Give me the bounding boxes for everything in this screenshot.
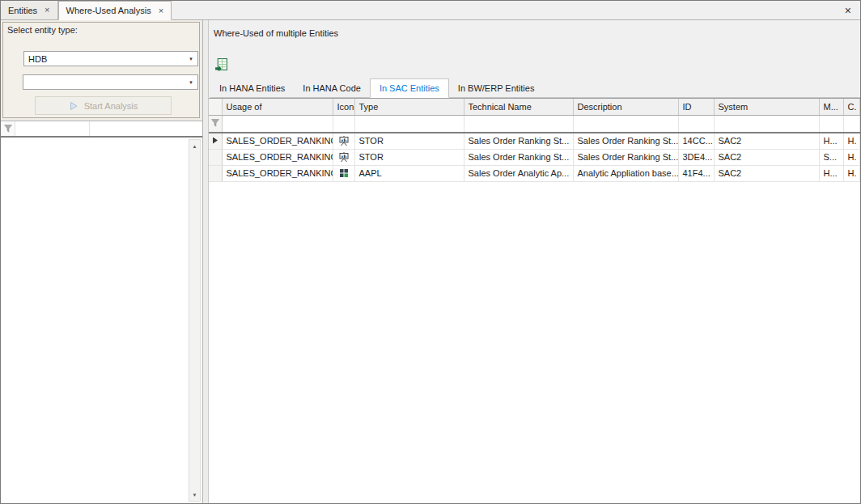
scroll-up-icon[interactable]: ▲ bbox=[189, 140, 200, 152]
tab-where-used-analysis-label: Where-Used Analysis bbox=[66, 6, 151, 15]
play-icon bbox=[69, 101, 78, 111]
tab-in-sac-entities[interactable]: In SAC Entities bbox=[370, 78, 449, 98]
entity-list-filter-cell[interactable] bbox=[90, 121, 202, 136]
scroll-down-icon[interactable]: ▼ bbox=[189, 489, 200, 501]
chevron-down-icon[interactable]: ▼ bbox=[184, 75, 197, 89]
cell-m[interactable]: H... bbox=[819, 165, 843, 181]
excel-export-icon bbox=[214, 57, 228, 71]
tab-where-used-analysis[interactable]: Where-Used Analysis × bbox=[58, 1, 172, 20]
cell-type[interactable]: STOR bbox=[354, 149, 464, 165]
column-header-description[interactable]: Description bbox=[573, 99, 678, 115]
current-row-indicator bbox=[209, 133, 222, 149]
cell-c[interactable]: H. bbox=[843, 149, 860, 165]
cell-id[interactable]: 3DE4... bbox=[678, 149, 714, 165]
results-grid: Usage of Icon Type Technical Name Descri… bbox=[209, 98, 860, 503]
row-indicator-header bbox=[209, 99, 222, 115]
filter-cell-icon[interactable] bbox=[333, 115, 354, 133]
column-header-c[interactable]: C. bbox=[843, 99, 860, 115]
filter-cell-technical-name[interactable] bbox=[464, 115, 573, 133]
scrollbar-track[interactable] bbox=[189, 152, 200, 489]
filter-cell-m[interactable] bbox=[819, 115, 843, 133]
column-header-usage-of[interactable]: Usage of bbox=[222, 99, 333, 115]
cell-icon[interactable] bbox=[333, 133, 354, 149]
chevron-down-icon[interactable]: ▼ bbox=[184, 52, 197, 66]
column-header-icon[interactable]: Icon bbox=[333, 99, 354, 115]
column-header-type[interactable]: Type bbox=[354, 99, 464, 115]
vertical-scrollbar[interactable]: ▲ ▼ bbox=[189, 139, 201, 502]
filter-cell-usage-of[interactable] bbox=[222, 115, 333, 133]
row-indicator bbox=[209, 165, 222, 181]
column-header-m[interactable]: M... bbox=[819, 99, 843, 115]
panel-splitter[interactable] bbox=[203, 20, 209, 503]
filter-cell-c[interactable] bbox=[843, 115, 860, 133]
story-icon bbox=[338, 135, 350, 146]
tab-entities[interactable]: Entities × bbox=[1, 1, 58, 19]
column-header-technical-name[interactable]: Technical Name bbox=[464, 99, 573, 115]
tab-in-hana-entities[interactable]: In HANA Entities bbox=[210, 79, 294, 97]
tab-in-bw-erp-entities[interactable]: In BW/ERP Entities bbox=[449, 79, 544, 97]
entity-type-dropdown[interactable]: HDB ▼ bbox=[23, 51, 198, 66]
close-icon[interactable]: × bbox=[836, 1, 860, 19]
filter-cell-system[interactable] bbox=[714, 115, 819, 133]
entity-dropdown[interactable]: ▼ bbox=[23, 74, 198, 90]
app-window: Entities × Where-Used Analysis × × Selec… bbox=[0, 0, 861, 504]
row-indicator bbox=[209, 149, 222, 165]
cell-id[interactable]: 41F4... bbox=[678, 165, 714, 181]
cell-icon[interactable] bbox=[333, 165, 354, 181]
cell-system[interactable]: SAC2 bbox=[714, 133, 819, 149]
cell-description[interactable]: Sales Order Ranking St... bbox=[573, 133, 678, 149]
cell-technical-name[interactable]: Sales Order Analytic Ap... bbox=[464, 165, 573, 181]
column-header-id[interactable]: ID bbox=[678, 99, 714, 115]
tab-close-icon[interactable]: × bbox=[159, 6, 163, 15]
filter-cell-id[interactable] bbox=[678, 115, 714, 133]
grid-filter-row bbox=[209, 115, 860, 133]
cell-type[interactable]: AAPL bbox=[354, 165, 464, 181]
cell-usage-of[interactable]: SALES_ORDER_RANKING bbox=[222, 133, 333, 149]
cell-id[interactable]: 14CC... bbox=[678, 133, 714, 149]
cell-description[interactable]: Sales Order Ranking St... bbox=[573, 149, 678, 165]
group-caption: Select entity type: bbox=[3, 23, 199, 37]
filter-icon bbox=[209, 115, 222, 133]
table-row[interactable]: SALES_ORDER_RANKING bbox=[209, 149, 860, 165]
cell-usage-of[interactable]: SALES_ORDER_RANKING bbox=[222, 165, 333, 181]
result-tabstrip: In HANA Entities In HANA Code In SAC Ent… bbox=[210, 78, 860, 98]
column-header-system[interactable]: System bbox=[714, 99, 819, 115]
entity-list-filter-row[interactable] bbox=[1, 121, 202, 138]
tab-entities-label: Entities bbox=[8, 6, 37, 15]
cell-icon[interactable] bbox=[333, 149, 354, 165]
cell-system[interactable]: SAC2 bbox=[714, 165, 819, 181]
filter-cell-description[interactable] bbox=[573, 115, 678, 133]
grid-header-row: Usage of Icon Type Technical Name Descri… bbox=[209, 99, 860, 115]
where-used-panel: Where-Used of multiple Entities In HANA … bbox=[209, 20, 860, 503]
table-row[interactable]: SALES_ORDER_RANKING bbox=[209, 133, 860, 149]
cell-m[interactable]: H... bbox=[819, 133, 843, 149]
entity-type-group: Select entity type: HDB ▼ ▼ Start Analys… bbox=[2, 22, 200, 118]
entity-list-body[interactable] bbox=[1, 139, 188, 503]
cell-description[interactable]: Analytic Appliation base... bbox=[573, 165, 678, 181]
tab-close-icon[interactable]: × bbox=[45, 6, 49, 15]
cell-usage-of[interactable]: SALES_ORDER_RANKING bbox=[222, 149, 333, 165]
cell-type[interactable]: STOR bbox=[354, 133, 464, 149]
cell-m[interactable]: S... bbox=[819, 149, 843, 165]
current-row-arrow-icon bbox=[212, 137, 218, 144]
entity-selection-panel: Select entity type: HDB ▼ ▼ Start Analys… bbox=[1, 20, 203, 503]
filter-cell-type[interactable] bbox=[354, 115, 464, 133]
entity-list: ▲ ▼ bbox=[1, 121, 202, 503]
cell-c[interactable]: H. bbox=[843, 165, 860, 181]
filter-icon bbox=[1, 121, 15, 136]
entity-list-filter-cell[interactable] bbox=[15, 121, 90, 136]
export-to-excel-button[interactable] bbox=[213, 56, 229, 72]
cell-c[interactable]: H. bbox=[843, 133, 860, 149]
cell-technical-name[interactable]: Sales Order Ranking St... bbox=[464, 133, 573, 149]
table-row[interactable]: SALES_ORDER_RANKING AAPL Sales Ord bbox=[209, 165, 860, 181]
cell-system[interactable]: SAC2 bbox=[714, 149, 819, 165]
cell-technical-name[interactable]: Sales Order Ranking St... bbox=[464, 149, 573, 165]
story-icon bbox=[338, 151, 350, 163]
analytic-application-icon bbox=[338, 167, 350, 179]
start-analysis-button[interactable]: Start Analysis bbox=[35, 96, 172, 115]
page-title: Where-Used of multiple Entities bbox=[214, 28, 338, 38]
start-analysis-label: Start Analysis bbox=[84, 101, 138, 111]
tab-in-hana-code[interactable]: In HANA Code bbox=[294, 79, 370, 97]
document-tabbar: Entities × Where-Used Analysis × × bbox=[1, 1, 860, 20]
entity-type-value: HDB bbox=[28, 54, 47, 64]
